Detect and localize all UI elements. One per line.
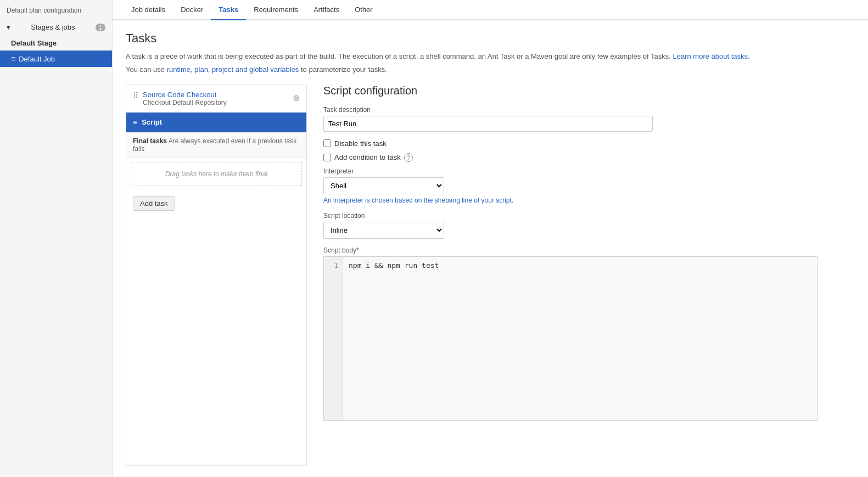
tab-job-details[interactable]: Job details — [124, 0, 173, 20]
script-editor[interactable]: 1 npm i && npm run test — [323, 256, 817, 421]
task-item-source[interactable]: ⠿ Source Code Checkout Checkout Default … — [126, 85, 306, 113]
tab-tasks[interactable]: Tasks — [211, 0, 246, 20]
script-body-label: Script body* — [323, 246, 855, 254]
stages-jobs-section[interactable]: ▾ Stages & jobs 1 — [0, 19, 112, 36]
tab-requirements[interactable]: Requirements — [246, 0, 306, 20]
add-condition-label[interactable]: Add condition to task — [334, 153, 401, 161]
task-item-info: ⠿ Source Code Checkout Checkout Default … — [133, 91, 227, 106]
interpreter-hint: An interpreter is chosen based on the sh… — [323, 197, 855, 204]
interpreter-group: Interpreter Shell Bash Python Ruby Power… — [323, 167, 855, 204]
learn-more-link[interactable]: Learn more about tasks. — [673, 52, 750, 60]
line-number-1: 1 — [328, 260, 338, 271]
task-source-sub: Checkout Default Repository — [143, 99, 227, 106]
task-script-item[interactable]: ≡ Script — [126, 113, 306, 132]
drag-placeholder: Drag tasks here to make them final — [131, 162, 302, 186]
tab-other[interactable]: Other — [347, 0, 380, 20]
task-close-icon[interactable]: ⊗ — [293, 94, 300, 103]
disable-task-label[interactable]: Disable this task — [334, 139, 387, 148]
sidebar: Default plan configuration ▾ Stages & jo… — [0, 0, 113, 477]
interpreter-select[interactable]: Shell Bash Python Ruby PowerShell — [323, 177, 444, 194]
task-description-label: Task description — [323, 106, 855, 114]
main-content: Job details Docker Tasks Requirements Ar… — [113, 0, 868, 477]
final-tasks-header: Final tasks Are always executed even if … — [126, 132, 306, 158]
tab-artifacts[interactable]: Artifacts — [306, 0, 347, 20]
task-list: ⠿ Source Code Checkout Checkout Default … — [126, 85, 307, 467]
disable-task-row: Disable this task — [323, 139, 855, 148]
job-icon: ≡ — [11, 54, 15, 63]
interpreter-label: Interpreter — [323, 167, 855, 175]
variables-link[interactable]: runtime, plan, project and global variab… — [167, 65, 299, 74]
tab-bar: Job details Docker Tasks Requirements Ar… — [113, 0, 868, 20]
default-job[interactable]: ≡ Default Job — [0, 50, 112, 67]
task-source-name: Source Code Checkout — [143, 91, 227, 99]
page-title: Tasks — [126, 31, 855, 46]
script-label: Script — [142, 118, 162, 126]
task-description-input[interactable] — [323, 116, 653, 132]
code-content[interactable]: npm i && npm run test — [343, 257, 817, 420]
job-label: Default Job — [19, 55, 55, 63]
task-description-group: Task description — [323, 106, 855, 132]
add-condition-row: Add condition to task ? — [323, 153, 855, 162]
description1: A task is a piece of work that is being … — [126, 51, 855, 62]
line-numbers: 1 — [324, 257, 343, 420]
task-item-text: Source Code Checkout Checkout Default Re… — [143, 91, 227, 106]
script-icon: ≡ — [133, 118, 137, 127]
disable-task-checkbox[interactable] — [323, 139, 331, 147]
script-location-select[interactable]: Inline File — [323, 222, 444, 239]
sidebar-title: Default plan configuration — [0, 0, 112, 19]
variables-note: You can use runtime, plan, project and g… — [126, 65, 855, 74]
add-task-button[interactable]: Add task — [133, 196, 175, 211]
tab-docker[interactable]: Docker — [173, 0, 211, 20]
section-badge: 1 — [96, 24, 105, 31]
script-config: Script configuration Task description Di… — [323, 85, 855, 467]
add-condition-checkbox[interactable] — [323, 154, 331, 161]
drag-handle-icon: ⠿ — [133, 91, 138, 100]
script-location-group: Script location Inline File — [323, 212, 855, 239]
final-tasks-label: Final tasks — [133, 137, 167, 145]
script-config-title: Script configuration — [323, 85, 855, 97]
task-area: ⠿ Source Code Checkout Checkout Default … — [126, 85, 855, 467]
script-body-group: Script body* 1 npm i && npm run test — [323, 246, 855, 421]
script-location-label: Script location — [323, 212, 855, 220]
section-label: Stages & jobs — [31, 23, 75, 31]
section-arrow: ▾ — [7, 23, 10, 31]
default-stage[interactable]: Default Stage — [0, 36, 112, 50]
content-area: Tasks A task is a piece of work that is … — [113, 20, 868, 477]
help-icon[interactable]: ? — [404, 153, 413, 162]
